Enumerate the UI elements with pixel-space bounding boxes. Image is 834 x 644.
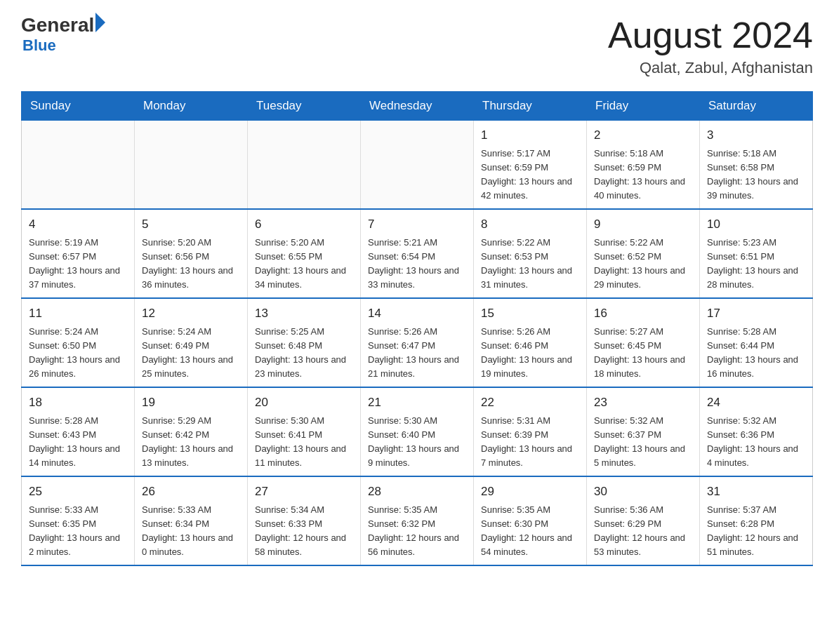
day-info: Sunrise: 5:26 AMSunset: 6:46 PMDaylight:… [481,325,579,382]
day-info: Sunrise: 5:29 AMSunset: 6:42 PMDaylight:… [142,414,240,471]
calendar-cell [361,121,474,210]
day-info: Sunrise: 5:32 AMSunset: 6:37 PMDaylight:… [594,414,692,471]
day-info: Sunrise: 5:27 AMSunset: 6:45 PMDaylight:… [594,325,692,382]
calendar-cell: 20Sunrise: 5:30 AMSunset: 6:41 PMDayligh… [248,387,361,476]
calendar-cell: 6Sunrise: 5:20 AMSunset: 6:55 PMDaylight… [248,209,361,298]
day-number: 8 [481,215,579,234]
calendar-cell: 21Sunrise: 5:30 AMSunset: 6:40 PMDayligh… [361,387,474,476]
calendar-cell: 13Sunrise: 5:25 AMSunset: 6:48 PMDayligh… [248,298,361,387]
calendar-cell: 4Sunrise: 5:19 AMSunset: 6:57 PMDaylight… [22,209,135,298]
calendar-cell: 3Sunrise: 5:18 AMSunset: 6:58 PMDaylight… [700,121,813,210]
week-row-4: 18Sunrise: 5:28 AMSunset: 6:43 PMDayligh… [22,387,813,476]
calendar-cell: 14Sunrise: 5:26 AMSunset: 6:47 PMDayligh… [361,298,474,387]
calendar-cell: 1Sunrise: 5:17 AMSunset: 6:59 PMDaylight… [474,121,587,210]
day-number: 31 [707,483,805,501]
calendar-cell: 17Sunrise: 5:28 AMSunset: 6:44 PMDayligh… [700,298,813,387]
day-number: 26 [142,483,240,501]
logo-general-text: General [21,14,94,36]
calendar-cell: 31Sunrise: 5:37 AMSunset: 6:28 PMDayligh… [700,476,813,565]
day-info: Sunrise: 5:28 AMSunset: 6:44 PMDaylight:… [707,325,805,382]
day-info: Sunrise: 5:26 AMSunset: 6:47 PMDaylight:… [368,325,466,382]
logo: General Blue [21,14,105,55]
day-info: Sunrise: 5:32 AMSunset: 6:36 PMDaylight:… [707,414,805,471]
calendar-cell: 19Sunrise: 5:29 AMSunset: 6:42 PMDayligh… [135,387,248,476]
day-info: Sunrise: 5:24 AMSunset: 6:50 PMDaylight:… [29,325,127,382]
day-number: 3 [707,126,805,145]
calendar-cell: 22Sunrise: 5:31 AMSunset: 6:39 PMDayligh… [474,387,587,476]
day-info: Sunrise: 5:20 AMSunset: 6:56 PMDaylight:… [142,236,240,293]
day-number: 6 [255,215,353,234]
calendar-cell: 10Sunrise: 5:23 AMSunset: 6:51 PMDayligh… [700,209,813,298]
day-number: 19 [142,394,240,412]
column-header-tuesday: Tuesday [248,92,361,121]
day-number: 24 [707,394,805,412]
calendar-table: SundayMondayTuesdayWednesdayThursdayFrid… [21,91,813,566]
calendar-cell: 26Sunrise: 5:33 AMSunset: 6:34 PMDayligh… [135,476,248,565]
column-header-friday: Friday [587,92,700,121]
day-number: 14 [368,304,466,323]
day-info: Sunrise: 5:20 AMSunset: 6:55 PMDaylight:… [255,236,353,293]
day-info: Sunrise: 5:28 AMSunset: 6:43 PMDaylight:… [29,414,127,471]
day-info: Sunrise: 5:25 AMSunset: 6:48 PMDaylight:… [255,325,353,382]
page-header: General Blue August 2024 Qalat, Zabul, A… [21,14,813,77]
week-row-1: 1Sunrise: 5:17 AMSunset: 6:59 PMDaylight… [22,121,813,210]
day-number: 11 [29,304,127,323]
week-row-5: 25Sunrise: 5:33 AMSunset: 6:35 PMDayligh… [22,476,813,565]
day-number: 9 [594,215,692,234]
day-number: 10 [707,215,805,234]
day-number: 2 [594,126,692,145]
calendar-cell [22,121,135,210]
day-number: 28 [368,483,466,501]
day-number: 5 [142,215,240,234]
day-info: Sunrise: 5:24 AMSunset: 6:49 PMDaylight:… [142,325,240,382]
location-subtitle: Qalat, Zabul, Afghanistan [608,59,813,77]
day-info: Sunrise: 5:34 AMSunset: 6:33 PMDaylight:… [255,503,353,560]
calendar-cell: 7Sunrise: 5:21 AMSunset: 6:54 PMDaylight… [361,209,474,298]
day-info: Sunrise: 5:33 AMSunset: 6:34 PMDaylight:… [142,503,240,560]
day-info: Sunrise: 5:19 AMSunset: 6:57 PMDaylight:… [29,236,127,293]
calendar-header-row: SundayMondayTuesdayWednesdayThursdayFrid… [22,92,813,121]
day-number: 7 [368,215,466,234]
calendar-cell: 18Sunrise: 5:28 AMSunset: 6:43 PMDayligh… [22,387,135,476]
logo-triangle-icon [95,13,105,32]
day-number: 18 [29,394,127,412]
day-info: Sunrise: 5:30 AMSunset: 6:40 PMDaylight:… [368,414,466,471]
day-number: 16 [594,304,692,323]
calendar-title-area: August 2024 Qalat, Zabul, Afghanistan [608,14,813,77]
day-info: Sunrise: 5:22 AMSunset: 6:53 PMDaylight:… [481,236,579,293]
day-info: Sunrise: 5:23 AMSunset: 6:51 PMDaylight:… [707,236,805,293]
day-info: Sunrise: 5:18 AMSunset: 6:58 PMDaylight:… [707,147,805,203]
day-info: Sunrise: 5:18 AMSunset: 6:59 PMDaylight:… [594,147,692,203]
week-row-3: 11Sunrise: 5:24 AMSunset: 6:50 PMDayligh… [22,298,813,387]
month-year-title: August 2024 [608,14,813,56]
calendar-cell: 8Sunrise: 5:22 AMSunset: 6:53 PMDaylight… [474,209,587,298]
day-info: Sunrise: 5:31 AMSunset: 6:39 PMDaylight:… [481,414,579,471]
calendar-cell: 16Sunrise: 5:27 AMSunset: 6:45 PMDayligh… [587,298,700,387]
calendar-cell: 24Sunrise: 5:32 AMSunset: 6:36 PMDayligh… [700,387,813,476]
calendar-cell [135,121,248,210]
column-header-wednesday: Wednesday [361,92,474,121]
calendar-cell: 11Sunrise: 5:24 AMSunset: 6:50 PMDayligh… [22,298,135,387]
day-number: 20 [255,394,353,412]
calendar-cell: 25Sunrise: 5:33 AMSunset: 6:35 PMDayligh… [22,476,135,565]
day-number: 22 [481,394,579,412]
column-header-thursday: Thursday [474,92,587,121]
day-number: 17 [707,304,805,323]
day-number: 25 [29,483,127,501]
week-row-2: 4Sunrise: 5:19 AMSunset: 6:57 PMDaylight… [22,209,813,298]
column-header-saturday: Saturday [700,92,813,121]
day-number: 29 [481,483,579,501]
day-number: 1 [481,126,579,145]
calendar-cell: 27Sunrise: 5:34 AMSunset: 6:33 PMDayligh… [248,476,361,565]
calendar-cell [248,121,361,210]
calendar-cell: 9Sunrise: 5:22 AMSunset: 6:52 PMDaylight… [587,209,700,298]
calendar-cell: 2Sunrise: 5:18 AMSunset: 6:59 PMDaylight… [587,121,700,210]
day-info: Sunrise: 5:33 AMSunset: 6:35 PMDaylight:… [29,503,127,560]
day-info: Sunrise: 5:17 AMSunset: 6:59 PMDaylight:… [481,147,579,203]
day-number: 21 [368,394,466,412]
calendar-cell: 30Sunrise: 5:36 AMSunset: 6:29 PMDayligh… [587,476,700,565]
calendar-cell: 5Sunrise: 5:20 AMSunset: 6:56 PMDaylight… [135,209,248,298]
calendar-cell: 15Sunrise: 5:26 AMSunset: 6:46 PMDayligh… [474,298,587,387]
day-number: 15 [481,304,579,323]
day-info: Sunrise: 5:21 AMSunset: 6:54 PMDaylight:… [368,236,466,293]
